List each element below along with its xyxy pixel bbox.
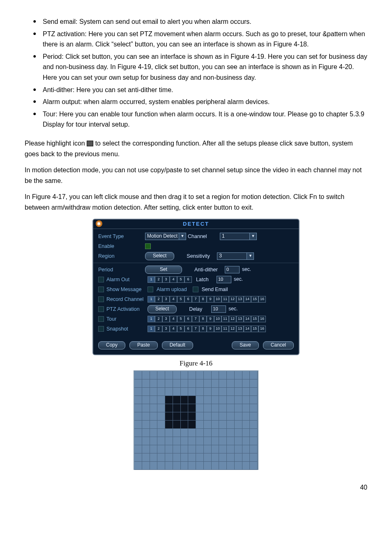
channel-cell[interactable]: 15 [251,316,258,322]
region-cell[interactable] [242,437,250,445]
region-cell[interactable] [157,412,165,421]
channel-cell[interactable]: 5 [177,316,184,322]
region-cell[interactable] [157,462,165,470]
region-cell[interactable] [142,396,150,404]
region-cell[interactable] [142,404,150,412]
channel-cell[interactable]: 8 [199,316,207,322]
anti-dither-input[interactable]: 0 [225,266,240,273]
channel-cell[interactable]: 2 [155,316,162,322]
channel-cell[interactable]: 11 [221,296,229,303]
region-cell[interactable] [196,388,204,396]
sensitivity-dropdown[interactable]: 3 ▼ [217,252,254,260]
region-cell[interactable] [235,412,242,421]
region-cell[interactable] [250,462,258,470]
region-cell[interactable] [235,429,242,437]
region-cell[interactable] [235,421,242,429]
region-cell[interactable] [212,379,219,388]
alarm-ch[interactable]: 5 [177,276,184,283]
region-cell[interactable] [242,421,250,429]
region-cell[interactable] [188,429,196,437]
region-cell[interactable] [134,421,142,429]
region-cell[interactable] [242,445,250,453]
region-cell[interactable] [227,388,235,396]
channel-cell[interactable]: 2 [155,326,162,332]
region-cell[interactable] [134,445,142,453]
region-cell[interactable] [204,396,212,404]
region-cell[interactable] [150,404,158,412]
region-cell[interactable] [235,388,242,396]
region-cell[interactable] [150,453,158,462]
region-cell[interactable] [165,412,173,421]
region-cell[interactable] [227,396,235,404]
channel-cell[interactable]: 9 [207,316,214,322]
region-cell[interactable] [142,453,150,462]
region-cell[interactable] [250,379,258,388]
region-cell[interactable] [242,462,250,470]
region-cell[interactable] [181,437,189,445]
region-cell[interactable] [196,371,204,379]
region-cell[interactable] [219,437,227,445]
region-cell[interactable] [134,371,142,379]
region-grid[interactable] [134,370,258,470]
channel-cell[interactable]: 7 [192,296,199,303]
region-cell[interactable] [173,371,181,379]
enable-checkbox[interactable] [145,243,151,249]
region-cell[interactable] [165,437,173,445]
region-cell[interactable] [173,437,181,445]
region-cell[interactable] [212,437,219,445]
save-button[interactable]: Save [232,341,258,349]
region-cell[interactable] [142,429,150,437]
channel-cell[interactable]: 10 [214,326,221,332]
region-cell[interactable] [173,453,181,462]
region-cell[interactable] [165,429,173,437]
region-cell[interactable] [250,445,258,453]
region-cell[interactable] [242,412,250,421]
region-cell[interactable] [181,379,189,388]
send-email-checkbox[interactable] [193,287,198,292]
region-cell[interactable] [165,371,173,379]
region-cell[interactable] [212,412,219,421]
region-cell[interactable] [196,429,204,437]
region-cell[interactable] [165,445,173,453]
region-cell[interactable] [196,412,204,421]
default-button[interactable]: Default [162,341,193,349]
region-cell[interactable] [219,412,227,421]
channel-cell[interactable]: 15 [251,296,258,303]
region-cell[interactable] [235,404,242,412]
region-cell[interactable] [157,371,165,379]
channel-cell[interactable]: 11 [221,326,229,332]
channel-cell[interactable]: 5 [177,296,184,303]
region-cell[interactable] [219,371,227,379]
region-cell[interactable] [165,421,173,429]
region-cell[interactable] [150,462,158,470]
channel-cell[interactable]: 10 [214,296,221,303]
region-cell[interactable] [204,421,212,429]
channel-cell[interactable]: 13 [236,296,244,303]
region-cell[interactable] [188,453,196,462]
region-cell[interactable] [227,445,235,453]
region-cell[interactable] [157,429,165,437]
region-cell[interactable] [173,445,181,453]
latch-input[interactable]: 10 [217,276,231,283]
channel-cell[interactable]: 1 [148,296,155,303]
region-cell[interactable] [134,379,142,388]
channel-cell[interactable]: 3 [162,326,170,332]
channel-cell[interactable]: 6 [184,296,192,303]
region-cell[interactable] [142,412,150,421]
region-cell[interactable] [134,412,142,421]
region-cell[interactable] [134,462,142,470]
region-cell[interactable] [173,396,181,404]
region-cell[interactable] [165,453,173,462]
region-cell[interactable] [242,371,250,379]
region-cell[interactable] [250,437,258,445]
region-cell[interactable] [150,396,158,404]
region-cell[interactable] [165,404,173,412]
region-cell[interactable] [250,404,258,412]
region-cell[interactable] [188,388,196,396]
alarm-ch[interactable]: 6 [184,276,192,283]
channel-cell[interactable]: 13 [236,326,244,332]
region-cell[interactable] [150,371,158,379]
region-cell[interactable] [204,371,212,379]
region-cell[interactable] [165,462,173,470]
region-cell[interactable] [204,462,212,470]
